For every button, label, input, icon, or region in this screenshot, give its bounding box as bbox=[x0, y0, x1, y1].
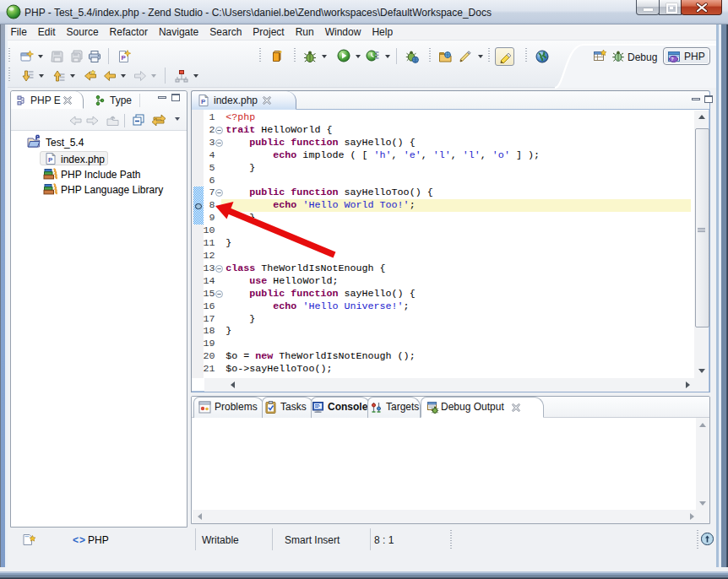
svg-text:P: P bbox=[122, 54, 127, 62]
svg-text:P: P bbox=[201, 98, 206, 106]
svg-text:P: P bbox=[48, 156, 53, 164]
